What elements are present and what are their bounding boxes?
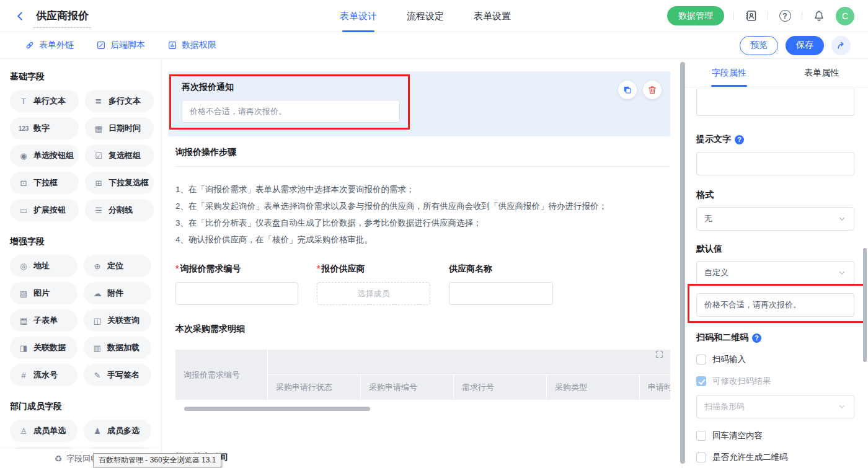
request-number-input[interactable] — [175, 282, 298, 305]
default-value-label: 默认值 — [696, 244, 722, 255]
tab-field-properties[interactable]: 字段属性 — [683, 59, 776, 87]
tab-form-setting[interactable]: 表单设置 — [474, 0, 511, 32]
field-type-item[interactable]: ♙成员单选 — [10, 420, 78, 442]
checkbox-editable-scan-result[interactable]: 可修改扫码结果 — [696, 376, 854, 387]
steps-section-title: 询报价操作步骤 — [175, 147, 669, 158]
scan-qrcode-section-label: 扫码和二维码 — [696, 332, 748, 343]
divider — [733, 11, 734, 20]
browser-status-tooltip: 百数帮助管理 - 360安全浏览器 13.1 — [93, 453, 221, 467]
field-type-item[interactable]: ≣多行文本 — [85, 90, 154, 112]
format-select[interactable]: 无 — [696, 207, 854, 231]
checkbox-group-icon: ☑ — [93, 151, 104, 161]
enhanced-fields-grid: ◎地址 ⊕定位 ▧图片 ☁附件 ▤子表单 ◫关联查询 ◨关联数据 ▥数据加载 #… — [10, 255, 151, 386]
canvas-vertical-scrollbar[interactable] — [680, 62, 685, 464]
field-supplier-name[interactable]: 供应商名称 — [449, 263, 553, 305]
field-type-item[interactable]: ⊞下拉复选框 — [85, 172, 154, 194]
field-type-item[interactable]: ☑复选框组 — [85, 144, 154, 167]
address-book-icon[interactable] — [743, 9, 758, 24]
help-icon[interactable]: ? — [777, 9, 792, 24]
field-name-input-partial[interactable] — [696, 89, 854, 116]
checkbox-enter-clear[interactable]: 回车清空内容 — [696, 430, 854, 441]
deadline-label: 报价截止时间 — [175, 452, 670, 463]
preview-button[interactable]: 预览 — [740, 36, 778, 55]
notification-bell-icon[interactable] — [812, 9, 826, 24]
default-value-input[interactable]: 价格不合适，请再次报价。 — [696, 293, 854, 317]
data-manage-button[interactable]: 数据管理 — [667, 6, 724, 25]
default-mode-select[interactable]: 自定义 — [696, 261, 854, 285]
property-panel: 字段属性 表单属性 提示文字 ? 格式 无 默认值 — [682, 59, 868, 468]
user-avatar[interactable]: C — [836, 7, 854, 25]
field-type-item[interactable]: ◨关联数据 — [10, 337, 78, 359]
field-type-item[interactable]: ☰分割线 — [85, 199, 154, 221]
data-permission-icon — [167, 40, 177, 50]
field-type-item[interactable]: ▥数据加载 — [84, 337, 151, 359]
recycle-icon: ♻ — [55, 454, 63, 464]
checkbox-unchecked[interactable] — [696, 431, 706, 441]
fullscreen-expand-icon[interactable] — [655, 350, 664, 359]
attachment-icon: ☁ — [92, 289, 103, 298]
share-button[interactable] — [831, 36, 851, 55]
scan-type-select[interactable]: 扫描条形码 — [696, 395, 854, 418]
backend-script-link[interactable]: 后端脚本 — [96, 40, 145, 51]
field-type-item[interactable]: ◎地址 — [10, 255, 78, 277]
field-type-item[interactable]: ⊡下拉框 — [10, 172, 79, 194]
delete-field-button[interactable] — [643, 81, 662, 99]
panel-vertical-scrollbar[interactable] — [863, 248, 867, 362]
field-type-item[interactable]: ◫关联查询 — [84, 309, 151, 332]
field-type-item[interactable]: #流水号 — [10, 364, 78, 386]
checkbox-allow-qrcode[interactable]: 是否允许生成二维码 — [696, 452, 854, 463]
page-title[interactable]: 供应商报价 — [33, 9, 91, 28]
link-icon — [25, 40, 35, 50]
form-designer-app: 供应商报价 表单设计 流程设定 表单设置 数据管理 ? — [0, 0, 868, 468]
section-title-enhanced-fields: 增强字段 — [10, 236, 151, 247]
field-type-item[interactable]: ✎手写签名 — [84, 364, 151, 386]
scan-help-icon[interactable]: ? — [752, 333, 761, 343]
share-arrow-icon — [836, 40, 846, 51]
field-type-item[interactable]: ▧图片 — [10, 282, 78, 304]
form-external-link[interactable]: 表单外链 — [25, 40, 74, 51]
field-library-sidebar: 基础字段 T单行文本 ≣多行文本 123数字 ▦日期时间 ◉单选按钮组 ☑复选框… — [0, 59, 162, 468]
tab-flow-setting[interactable]: 流程设定 — [407, 0, 444, 32]
hint-help-icon[interactable]: ? — [735, 135, 744, 144]
field-type-item[interactable]: T单行文本 — [10, 90, 79, 112]
trash-icon — [647, 85, 657, 95]
step-line: 3、在「比价分析表」仪表盘自动生成了比价数据，参考比价数据进行供应商选择； — [175, 214, 669, 231]
copy-field-button[interactable] — [618, 81, 637, 99]
step-line: 2、在「采购发起询价」表单选择询价需求以及参与报价的供应商，所有供应商会收到「供… — [175, 198, 669, 214]
section-title-member-fields: 部门成员字段 — [10, 401, 151, 412]
field-type-item[interactable]: ⊕定位 — [84, 255, 151, 277]
data-permission-link[interactable]: 数据权限 — [167, 40, 216, 51]
field-type-item[interactable]: ☁附件 — [84, 282, 151, 304]
divider — [768, 11, 768, 20]
back-button[interactable] — [14, 9, 27, 23]
field-quote-supplier[interactable]: *报价供应商 选择成员 — [317, 263, 430, 305]
tab-form-properties[interactable]: 表单属性 — [776, 59, 868, 87]
renotify-text-input[interactable]: 价格不合适，请再次报价。 — [182, 100, 400, 123]
field-type-item[interactable]: ◉单选按钮组 — [10, 144, 79, 167]
field-type-item[interactable]: ▭扩展按钮 — [10, 199, 79, 221]
subform-horizontal-scrollbar[interactable] — [184, 407, 370, 411]
supplier-name-input[interactable] — [449, 282, 553, 305]
main-tabs: 表单设计 流程设定 表单设置 — [340, 0, 511, 32]
field-request-number[interactable]: *询报价需求编号 — [175, 263, 298, 305]
field-type-item[interactable]: 123数字 — [10, 117, 79, 139]
checkbox-checked-disabled[interactable] — [696, 376, 706, 386]
radio-group-icon: ◉ — [18, 151, 29, 161]
checkbox-scan-input[interactable]: 扫码输入 — [696, 354, 854, 365]
member-single-icon: ♙ — [18, 426, 29, 436]
serial-number-icon: # — [18, 371, 29, 380]
field-actions — [618, 81, 662, 99]
checkbox-unchecked[interactable] — [696, 355, 706, 364]
checkbox-unchecked[interactable] — [696, 453, 706, 462]
field-type-item[interactable]: ▤子表单 — [10, 309, 78, 332]
select-member-box[interactable]: 选择成员 — [317, 282, 430, 305]
hint-text-input[interactable] — [696, 152, 854, 175]
tab-form-design[interactable]: 表单设计 — [340, 0, 377, 32]
selected-field-block[interactable]: 再次报价通知 价格不合适，请再次报价。 — [168, 71, 670, 136]
subform-table: 询报价需求编号 采购申请行状态 采购申请编号 需求行号 采购类型 申请时间 — [175, 350, 670, 400]
field-type-item[interactable]: ♟成员多选 — [84, 420, 151, 442]
topbar-right: 数据管理 ? C — [667, 6, 854, 25]
field-type-item[interactable]: ▦日期时间 — [85, 117, 154, 139]
save-button[interactable]: 保存 — [786, 36, 824, 55]
subform-table-area: 询报价需求编号 采购申请行状态 采购申请编号 需求行号 采购类型 申请时间 — [168, 350, 670, 411]
